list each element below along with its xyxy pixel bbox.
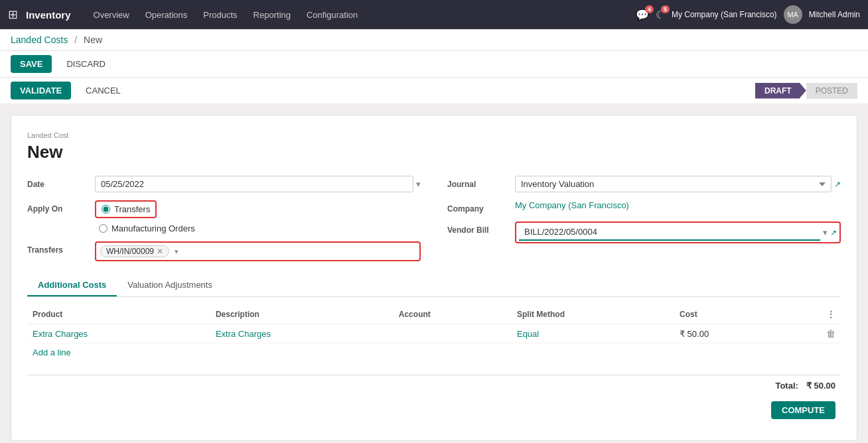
company-name: My Company (San Francisco) [672,10,777,19]
radio-manufacturing-label: Manufacturing Orders [111,223,195,233]
radio-manufacturing-input[interactable] [99,224,108,233]
cell-split-method: Equal [512,324,674,344]
compute-button[interactable]: COMPUTE [771,401,835,419]
col-menu[interactable]: ⋮ [785,305,841,324]
company-link[interactable]: My Company (San Francisco) [515,200,629,210]
vendor-bill-field-row: Vendor Bill ▾ ↗ [447,222,841,243]
company-field-row: Company My Company (San Francisco) [447,200,841,214]
cost-table: Product Description Account Split Method… [27,305,841,344]
transfers-highlight: WH/IN/00009 ✕ ▾ [95,241,421,261]
status-posted: POSTED [806,83,857,99]
cell-product: Extra Charges [27,324,210,344]
transfer-tag: WH/IN/00009 ✕ [100,245,169,257]
radio-transfers-input[interactable] [102,205,110,214]
delete-row-icon[interactable]: 🗑 [826,328,835,339]
cell-description: Extra Charges [210,324,394,344]
company-label: Company [447,200,507,214]
add-line-button[interactable]: Add a line [27,344,76,361]
total-value: ₹ 50.00 [806,381,835,391]
journal-label: Journal [447,176,507,189]
company-value: My Company (San Francisco) [515,200,841,210]
apply-on-value: Transfers Manufacturing Orders [95,200,421,233]
date-label: Date [27,176,87,189]
status-bar: DRAFT POSTED [755,83,857,99]
transfers-value: WH/IN/00009 ✕ ▾ [95,241,421,261]
nav-reporting[interactable]: Reporting [247,7,297,23]
transfer-tag-close[interactable]: ✕ [157,247,163,256]
column-menu-icon[interactable]: ⋮ [826,309,835,320]
top-navigation: ⊞ Inventory Overview Operations Products… [0,0,868,29]
transfers-dropdown-icon[interactable]: ▾ [175,247,179,256]
user-name: Mitchell Admin [809,10,860,19]
action-bar: SAVE DISCARD [0,51,868,78]
cell-account [394,324,512,344]
vendor-bill-dropdown-icon[interactable]: ▾ [823,227,828,237]
journal-field-row: Journal Inventory Valuation ↗ [447,176,841,192]
nav-operations[interactable]: Operations [139,7,194,23]
vendor-bill-label: Vendor Bill [447,222,507,235]
tab-additional-costs[interactable]: Additional Costs [27,275,117,296]
tabs: Additional Costs Valuation Adjustments [27,275,841,297]
breadcrumb-parent[interactable]: Landed Costs [11,34,68,45]
grid-icon[interactable]: ⊞ [8,7,18,22]
activity-badge: 5 [661,5,670,13]
message-notification[interactable]: 💬4 [636,9,649,21]
form-card: Landed Cost New Date ▾ Apply On [11,115,857,441]
avatar[interactable]: MA [784,5,802,24]
vendor-bill-input[interactable] [519,224,820,241]
compute-area: COMPUTE [27,396,841,424]
tab-valuation-adjustments[interactable]: Valuation Adjustments [117,275,223,296]
transfer-tag-label: WH/IN/00009 [106,247,154,256]
nav-configuration[interactable]: Configuration [300,7,364,23]
message-badge: 4 [645,5,654,13]
col-account: Account [394,305,512,324]
cell-cost: ₹ 50.00 [674,324,785,344]
status-draft: DRAFT [755,83,806,99]
breadcrumb: Landed Costs / New [0,29,868,51]
nav-products[interactable]: Products [196,7,244,23]
validate-bar: VALIDATE CANCEL DRAFT POSTED [0,78,868,104]
cell-delete: 🗑 [785,324,841,344]
split-method-link[interactable]: Equal [517,329,539,339]
cancel-button[interactable]: CANCEL [76,82,130,99]
breadcrumb-current: New [84,34,102,45]
product-link[interactable]: Extra Charges [33,329,88,339]
discard-button[interactable]: DISCARD [57,55,115,73]
col-product: Product [27,305,210,324]
top-menu: Overview Operations Products Reporting C… [87,7,630,23]
vendor-bill-box: ▾ ↗ [515,222,841,243]
date-field-row: Date ▾ [27,176,421,192]
topnav-right: 💬4 ☾5 My Company (San Francisco) MA Mitc… [636,5,860,24]
total-row: Total: ₹ 50.00 [27,375,841,396]
save-button[interactable]: SAVE [11,55,52,73]
table-row: Extra Charges Extra Charges Equal ₹ 50.0… [27,324,841,344]
date-input[interactable] [95,176,413,192]
right-fields: Journal Inventory Valuation ↗ Company My… [447,176,841,261]
validate-button[interactable]: VALIDATE [11,82,71,99]
col-description: Description [210,305,394,324]
journal-value: Inventory Valuation ↗ [515,176,841,192]
activity-notification[interactable]: ☾5 [656,9,665,21]
nav-overview[interactable]: Overview [87,7,136,23]
col-cost: Cost [674,305,785,324]
apply-on-label: Apply On [27,200,87,214]
radio-transfers-label: Transfers [114,204,150,214]
date-dropdown-icon[interactable]: ▾ [416,179,421,189]
vendor-bill-value: ▾ ↗ [515,222,841,243]
journal-external-link-icon[interactable]: ↗ [834,180,841,189]
radio-transfers[interactable]: Transfers [102,204,150,214]
total-label: Total: [775,381,798,391]
journal-select[interactable]: Inventory Valuation [515,176,832,192]
description-link[interactable]: Extra Charges [216,329,271,339]
fields-grid: Date ▾ Apply On Transfers [27,176,841,261]
vendor-bill-external-link-icon[interactable]: ↗ [830,228,837,237]
main-content: Landed Cost New Date ▾ Apply On [0,104,868,443]
left-fields: Date ▾ Apply On Transfers [27,176,421,261]
apply-on-highlight: Transfers [95,200,157,218]
app-name[interactable]: Inventory [26,9,71,21]
breadcrumb-separator: / [74,34,77,45]
radio-manufacturing[interactable]: Manufacturing Orders [95,223,421,233]
date-value: ▾ [95,176,421,192]
form-label-small: Landed Cost [27,131,841,139]
transfers-field-row: Transfers WH/IN/00009 ✕ ▾ [27,241,421,261]
